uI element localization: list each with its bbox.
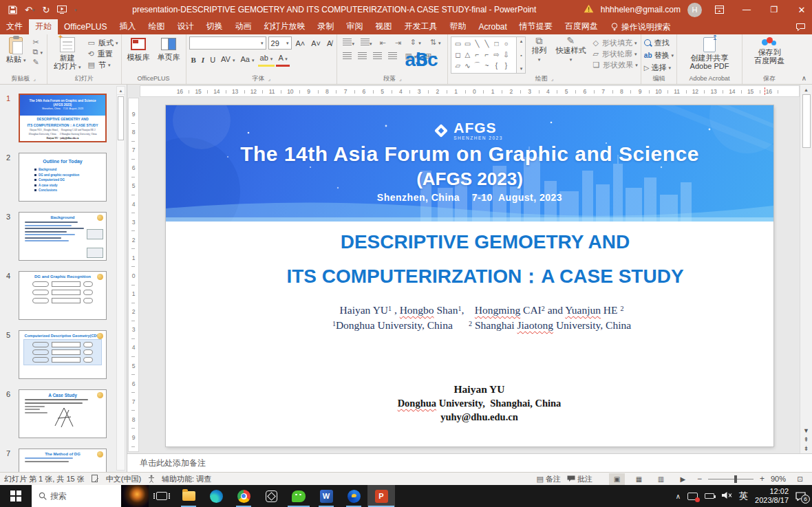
increase-font-icon[interactable]: A˄ [294,38,308,49]
powerpoint-taskbar-button[interactable]: P [367,485,395,507]
slide-1[interactable]: AFGS SHENZHEN 2023 The 14th Asia Forum o… [166,105,773,446]
language-indicator[interactable]: 中文(中国) [106,474,141,484]
tab-百度网盘[interactable]: 百度网盘 [559,19,604,34]
authors-line1[interactable]: Haiyan YU1 , Hongbo Shan1, Hongming CAI2… [190,304,773,316]
shape-fill-button[interactable]: ◇形状填充 ▾ [591,39,637,47]
file-explorer-taskbar-button[interactable] [175,485,202,507]
notes-pane[interactable]: 单击此处添加备注 [127,453,812,472]
close-button[interactable]: ✕ [791,0,812,19]
dialog-launcher-icon[interactable]: ⌟ [551,76,554,82]
hidden-icons-chevron[interactable]: ∧ [676,493,681,500]
abc-icon[interactable]: abc [31,54,812,65]
account-email[interactable]: hhhhelen@gmail.com [601,5,681,14]
cut-icon[interactable]: ✂ [32,39,44,46]
qat-customize-icon[interactable]: ▾ [74,8,77,12]
3d-viewer-taskbar-button[interactable] [257,485,285,507]
shape-icon[interactable]: ▭ [462,38,472,49]
dialog-launcher-icon[interactable]: ⌟ [268,76,271,82]
ime-indicator[interactable]: 英 [739,490,748,502]
thunder-taskbar-button[interactable] [340,485,367,507]
tab-绘图[interactable]: 绘图 [142,19,171,34]
speaker-block[interactable]: Haiyan YU Donghua University, Shanghai, … [185,383,773,423]
authors-line2[interactable]: 1Donghua University, China 2 Shanghai Ji… [190,319,773,332]
font-size-combo[interactable]: 29▾ [268,36,292,50]
tab-开发工具[interactable]: 开发工具 [398,19,443,34]
undo-icon[interactable]: ↶▾ [25,6,34,14]
dialog-launcher-icon[interactable]: ⌟ [399,76,402,82]
slide-sorter-view-button[interactable]: ▦ [631,473,647,485]
news-widget-image[interactable] [121,485,149,507]
tab-插入[interactable]: 插入 [113,19,142,34]
ribbon-display-options-icon[interactable] [709,0,729,19]
fit-to-window-icon[interactable]: ⊡ [792,473,808,485]
slide-number[interactable]: 4 [0,271,19,320]
screen-recorder-icon[interactable] [687,493,698,500]
task-view-button[interactable] [149,485,175,507]
word-taskbar-button[interactable]: W [312,485,340,507]
text-direction-icon[interactable]: ⇅ ▾ [429,39,442,47]
slide-number[interactable]: 3 [0,212,19,261]
minimize-button[interactable]: — [736,0,757,19]
tab-审阅[interactable]: 审阅 [340,19,369,34]
accessibility-status[interactable]: 辅助功能: 调查 [162,474,211,484]
slideshow-view-button[interactable]: ▶ [675,473,691,485]
battery-icon[interactable] [705,493,714,499]
zoom-out-icon[interactable]: − [697,474,702,484]
thumbnail-scrollbar[interactable]: ▲ [116,86,125,471]
avatar[interactable]: H [687,3,702,17]
shape-icon[interactable]: □ [491,38,501,49]
zoom-slider-thumb[interactable] [734,475,737,483]
slide-title-line2[interactable]: ITS COMPUTERIRZATION：A CASE STUDY [197,263,773,290]
scroll-up-icon[interactable]: ▲ [117,87,125,95]
slide-thumbnail-5[interactable]: Computerized Descriptive Geometry(CDG) [19,330,107,379]
normal-view-button[interactable]: ▣ [609,473,625,485]
zoom-in-icon[interactable]: + [760,474,765,484]
collapse-ribbon-icon[interactable]: ∧ [802,74,806,82]
reading-view-button[interactable]: ▥ [653,473,669,485]
dialog-launcher-icon[interactable]: ⌟ [33,76,36,82]
notes-toggle[interactable]: ▤备注 [537,474,561,484]
clock[interactable]: 12:02 2023/8/17 [755,487,789,505]
tab-文件[interactable]: 文件 [0,19,29,34]
edge-taskbar-button[interactable] [202,485,230,507]
shape-icon[interactable]: ▭ [453,38,462,49]
bullets-icon[interactable]: ▾ [343,38,354,47]
tell-me-search[interactable]: 操作说明搜索 [604,19,678,34]
shape-icon[interactable]: ╲ [482,38,491,49]
slide-number[interactable]: 1 [0,94,19,142]
scrollbar-thumb[interactable] [802,94,811,148]
chrome-taskbar-button[interactable] [230,485,257,507]
shape-icon[interactable]: ○ [501,38,511,49]
tab-帮助[interactable]: 帮助 [443,19,472,34]
slide-thumbnail-1[interactable]: The 14th Asia Forum on Graphic and Scien… [19,94,107,142]
slide-thumbnail-6[interactable]: A Case Study [19,389,107,438]
zoom-slider[interactable] [708,479,754,479]
increase-indent-icon[interactable]: ⇥ [394,39,403,47]
decrease-font-icon[interactable]: A˅ [309,38,323,49]
scroll-down-icon[interactable]: ▼ [803,428,809,434]
tab-幻灯片放映[interactable]: 幻灯片放映 [257,19,311,34]
slide-thumbnail-2[interactable]: Outline for TodayBackgroundDG and graphi… [19,153,107,202]
comments-toggle[interactable]: 批注 [567,474,592,484]
slide-number[interactable]: 5 [0,330,19,379]
tab-切换[interactable]: 切换 [200,19,228,34]
clear-format-icon[interactable]: A̸ [325,38,334,49]
tab-Acrobat[interactable]: Acrobat [472,19,513,34]
shape-icon[interactable]: ╲ [472,38,482,49]
font-name-combo[interactable]: ▾ [189,36,266,50]
tab-视图[interactable]: 视图 [369,19,398,34]
scrollbar-thumb[interactable] [118,96,124,140]
comments-icon[interactable] [789,19,812,34]
tab-OfficePLUS[interactable]: OfficePLUS [58,19,113,34]
previous-slide-icon[interactable]: ⇞ [804,437,809,443]
slide-title-line1[interactable]: DESCRIPTIVE GEMOETRY AND [197,231,773,253]
warning-icon[interactable] [584,4,594,15]
find-button[interactable]: 查找 [644,39,674,47]
start-slideshow-icon[interactable] [57,6,67,14]
slide-number[interactable]: 7 [0,449,19,472]
tab-设计[interactable]: 设计 [171,19,200,34]
save-icon[interactable] [8,6,17,14]
tab-情节提要[interactable]: 情节提要 [513,19,559,34]
volume-muted-icon[interactable] [721,491,732,501]
restore-button[interactable]: ❐ [764,0,784,19]
